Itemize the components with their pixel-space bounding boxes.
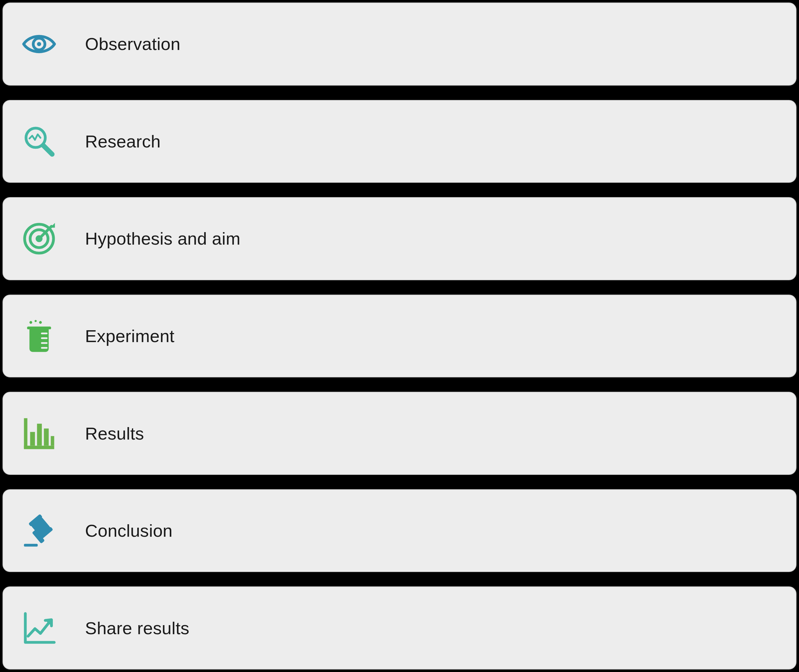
svg-rect-17 <box>24 446 55 449</box>
step-share-results[interactable]: Share results <box>3 586 796 669</box>
step-hypothesis[interactable]: Hypothesis and aim <box>3 197 796 280</box>
growth-icon <box>22 611 56 645</box>
step-label: Conclusion <box>85 520 173 541</box>
svg-rect-18 <box>30 432 35 446</box>
gavel-icon <box>22 514 56 548</box>
svg-point-1 <box>37 42 41 46</box>
research-icon <box>22 124 56 158</box>
svg-point-11 <box>39 321 42 324</box>
step-label: Observation <box>85 34 180 54</box>
svg-point-9 <box>29 321 32 324</box>
step-research[interactable]: Research <box>3 100 796 183</box>
target-icon <box>22 221 56 256</box>
svg-point-10 <box>35 320 37 322</box>
step-label: Hypothesis and aim <box>85 228 241 249</box>
svg-rect-20 <box>44 429 48 446</box>
beaker-icon <box>22 319 56 354</box>
step-label: Research <box>85 131 160 152</box>
step-conclusion[interactable]: Conclusion <box>3 489 796 572</box>
step-experiment[interactable]: Experiment <box>3 294 796 378</box>
svg-rect-19 <box>37 424 42 445</box>
step-label: Share results <box>85 618 189 638</box>
scientific-method-list: Observation Research <box>0 0 799 672</box>
svg-rect-16 <box>24 418 27 449</box>
step-results[interactable]: Results <box>3 392 796 475</box>
svg-rect-26 <box>24 544 38 546</box>
step-label: Results <box>85 423 144 444</box>
svg-rect-21 <box>51 436 54 446</box>
step-label: Experiment <box>85 326 175 346</box>
svg-line-7 <box>39 226 51 239</box>
eye-icon <box>22 27 56 61</box>
barchart-icon <box>22 416 56 451</box>
step-observation[interactable]: Observation <box>3 3 796 86</box>
svg-line-3 <box>43 146 52 155</box>
